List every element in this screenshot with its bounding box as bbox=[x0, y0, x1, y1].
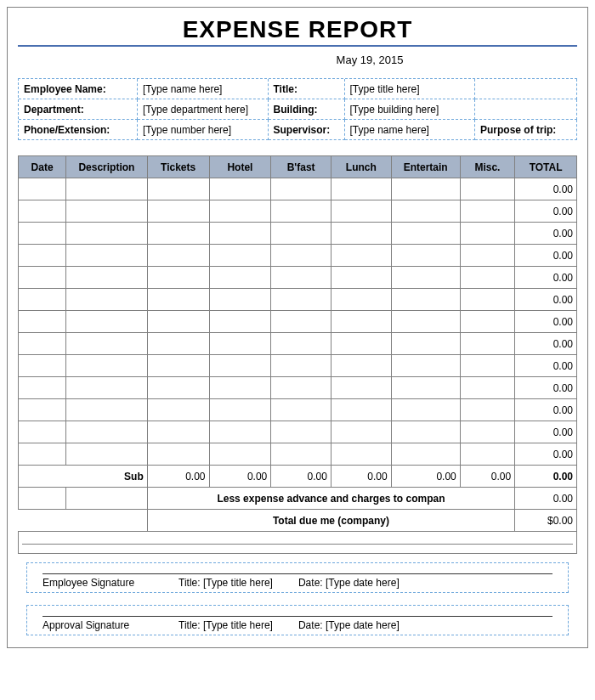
expense-cell[interactable] bbox=[271, 443, 332, 466]
expense-cell[interactable] bbox=[331, 421, 391, 443]
expense-cell[interactable] bbox=[209, 200, 271, 223]
department-field[interactable]: [Type department here] bbox=[138, 99, 269, 120]
sig-date-field[interactable]: [Type date here] bbox=[326, 619, 400, 631]
expense-cell[interactable] bbox=[66, 311, 148, 333]
expense-cell[interactable] bbox=[209, 311, 271, 333]
expense-cell[interactable] bbox=[147, 421, 209, 443]
expense-cell[interactable] bbox=[209, 355, 271, 377]
expense-cell[interactable] bbox=[460, 377, 514, 399]
expense-cell[interactable] bbox=[331, 333, 391, 355]
expense-cell[interactable] bbox=[147, 178, 209, 200]
expense-cell[interactable] bbox=[147, 443, 209, 466]
expense-cell[interactable] bbox=[147, 377, 209, 399]
expense-cell[interactable] bbox=[209, 377, 271, 399]
expense-cell[interactable] bbox=[391, 245, 460, 267]
expense-cell[interactable] bbox=[147, 267, 209, 289]
expense-cell[interactable] bbox=[271, 200, 332, 223]
expense-cell[interactable] bbox=[19, 311, 66, 333]
expense-cell[interactable] bbox=[331, 267, 391, 289]
expense-cell[interactable] bbox=[209, 289, 271, 311]
expense-cell[interactable] bbox=[331, 443, 391, 466]
expense-cell[interactable] bbox=[331, 377, 391, 399]
expense-cell[interactable] bbox=[19, 245, 66, 267]
expense-cell[interactable] bbox=[391, 377, 460, 399]
expense-cell[interactable] bbox=[331, 311, 391, 333]
expense-cell[interactable] bbox=[147, 399, 209, 421]
expense-cell[interactable] bbox=[19, 377, 66, 399]
phone-field[interactable]: [Type number here] bbox=[138, 120, 269, 140]
expense-cell[interactable] bbox=[209, 399, 271, 421]
expense-cell[interactable] bbox=[271, 223, 332, 245]
expense-cell[interactable] bbox=[331, 355, 391, 377]
expense-cell[interactable] bbox=[66, 178, 148, 200]
expense-cell[interactable] bbox=[460, 289, 514, 311]
expense-cell[interactable] bbox=[19, 178, 66, 200]
expense-cell[interactable] bbox=[460, 355, 514, 377]
expense-cell[interactable] bbox=[271, 311, 332, 333]
expense-cell[interactable] bbox=[391, 421, 460, 443]
expense-cell[interactable] bbox=[460, 267, 514, 289]
expense-cell[interactable] bbox=[66, 355, 148, 377]
expense-cell[interactable] bbox=[66, 443, 148, 466]
expense-cell[interactable] bbox=[209, 443, 271, 466]
expense-cell[interactable] bbox=[331, 245, 391, 267]
sig-date-field[interactable]: [Type date here] bbox=[326, 577, 400, 589]
expense-cell[interactable] bbox=[460, 178, 514, 200]
expense-cell[interactable] bbox=[331, 289, 391, 311]
employee-name-field[interactable]: [Type name here] bbox=[138, 79, 269, 99]
expense-cell[interactable] bbox=[209, 333, 271, 355]
expense-cell[interactable] bbox=[391, 178, 460, 200]
expense-cell[interactable] bbox=[209, 245, 271, 267]
expense-cell[interactable] bbox=[271, 377, 332, 399]
supervisor-field[interactable]: [Type name here] bbox=[345, 120, 476, 140]
expense-cell[interactable] bbox=[271, 289, 332, 311]
expense-cell[interactable] bbox=[271, 178, 332, 200]
expense-cell[interactable] bbox=[391, 311, 460, 333]
expense-cell[interactable] bbox=[66, 421, 148, 443]
expense-cell[interactable] bbox=[147, 311, 209, 333]
expense-cell[interactable] bbox=[147, 333, 209, 355]
expense-cell[interactable] bbox=[331, 200, 391, 223]
expense-cell[interactable] bbox=[271, 399, 332, 421]
expense-cell[interactable] bbox=[147, 289, 209, 311]
expense-cell[interactable] bbox=[19, 421, 66, 443]
expense-cell[interactable] bbox=[209, 178, 271, 200]
expense-cell[interactable] bbox=[391, 333, 460, 355]
expense-cell[interactable] bbox=[460, 311, 514, 333]
expense-cell[interactable] bbox=[66, 223, 148, 245]
expense-cell[interactable] bbox=[391, 289, 460, 311]
sig-title-field[interactable]: [Type title here] bbox=[203, 619, 273, 631]
expense-cell[interactable] bbox=[271, 267, 332, 289]
expense-cell[interactable] bbox=[147, 355, 209, 377]
expense-cell[interactable] bbox=[66, 200, 148, 223]
expense-cell[interactable] bbox=[209, 223, 271, 245]
expense-cell[interactable] bbox=[147, 223, 209, 245]
expense-cell[interactable] bbox=[66, 399, 148, 421]
expense-cell[interactable] bbox=[391, 200, 460, 223]
expense-cell[interactable] bbox=[209, 267, 271, 289]
expense-cell[interactable] bbox=[331, 399, 391, 421]
building-field[interactable]: [Type building here] bbox=[345, 99, 476, 120]
expense-cell[interactable] bbox=[19, 267, 66, 289]
expense-cell[interactable] bbox=[331, 223, 391, 245]
expense-cell[interactable] bbox=[19, 355, 66, 377]
expense-cell[interactable] bbox=[66, 289, 148, 311]
expense-cell[interactable] bbox=[460, 223, 514, 245]
expense-cell[interactable] bbox=[66, 245, 148, 267]
expense-cell[interactable] bbox=[19, 333, 66, 355]
expense-cell[interactable] bbox=[391, 355, 460, 377]
expense-cell[interactable] bbox=[271, 421, 332, 443]
expense-cell[interactable] bbox=[19, 443, 66, 466]
expense-cell[interactable] bbox=[271, 245, 332, 267]
expense-cell[interactable] bbox=[391, 267, 460, 289]
expense-cell[interactable] bbox=[19, 399, 66, 421]
expense-cell[interactable] bbox=[271, 333, 332, 355]
expense-cell[interactable] bbox=[66, 267, 148, 289]
expense-cell[interactable] bbox=[19, 289, 66, 311]
expense-cell[interactable] bbox=[391, 223, 460, 245]
expense-cell[interactable] bbox=[66, 377, 148, 399]
sig-title-field[interactable]: [Type title here] bbox=[203, 577, 273, 589]
expense-cell[interactable] bbox=[391, 399, 460, 421]
title-field[interactable]: [Type title here] bbox=[345, 79, 476, 99]
expense-cell[interactable] bbox=[147, 245, 209, 267]
